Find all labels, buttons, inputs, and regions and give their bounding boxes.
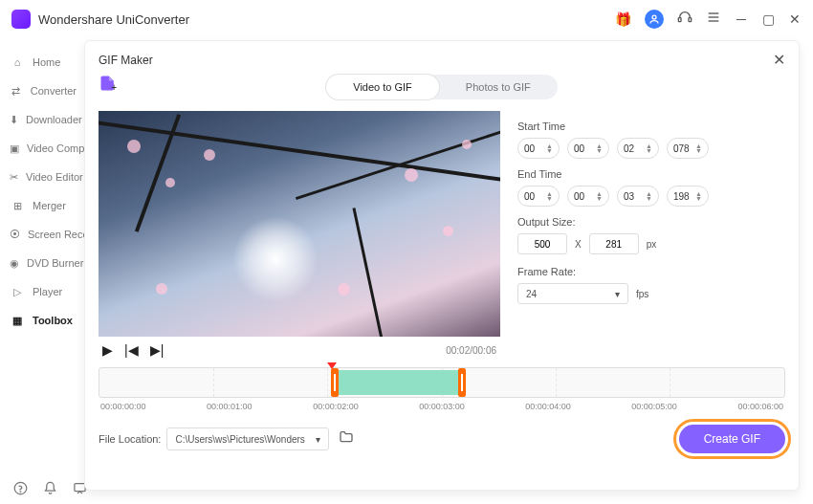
modal-title: GIF Maker [99,54,773,67]
title-bar: Wondershare UniConverter 🎁 ─ ▢ ✕ [0,0,813,38]
sidebar-item-recorder[interactable]: ⦿Screen Recorder [0,220,86,249]
file-location-select[interactable]: C:\Users\ws\Pictures\Wonders ▾ [166,427,329,450]
chevron-down-icon: ▾ [316,434,320,445]
add-file-icon[interactable]: + [99,74,118,93]
play-icon: ▷ [10,284,25,299]
user-avatar-icon[interactable] [645,10,664,29]
svg-rect-1 [678,18,681,22]
close-icon[interactable]: ✕ [773,51,785,69]
sidebar-item-compressor[interactable]: ▣Video Compressor [0,134,86,163]
video-preview: ▶ |◀ ▶| 00:02/00:06 [99,111,500,358]
help-icon[interactable] [13,481,28,499]
end-mm-spinner[interactable]: 00▲▼ [567,186,609,207]
minimize-button[interactable]: ─ [735,11,748,27]
app-logo-icon [11,10,31,29]
sidebar-item-home[interactable]: ⌂Home [0,48,86,77]
frame-rate-label: Frame Rate: [517,266,785,277]
svg-rect-2 [689,18,692,22]
record-icon: ⦿ [10,227,20,242]
frame-rate-select[interactable]: 24▾ [517,283,628,304]
next-frame-button[interactable]: ▶| [150,342,165,358]
file-location-label: File Location: [99,433,161,445]
bell-icon[interactable] [43,481,57,499]
timeline[interactable]: 00:00:00:00 00:00:01:00 00:00:02:00 00:0… [99,367,785,411]
timeline-start-handle[interactable] [331,368,339,397]
disc-icon: ◉ [10,255,19,271]
converter-icon: ⇄ [10,83,23,99]
play-button[interactable]: ▶ [102,342,113,358]
sidebar-item-editor[interactable]: ✂Video Editor [0,163,86,191]
sidebar-item-merger[interactable]: ⊞Merger [0,191,86,220]
timeline-labels: 00:00:00:00 00:00:01:00 00:00:02:00 00:0… [99,402,785,411]
headset-icon[interactable] [677,10,692,29]
output-size-label: Output Size: [517,216,785,228]
start-ss-spinner[interactable]: 02▲▼ [617,138,659,159]
merge-icon: ⊞ [10,198,25,213]
prev-frame-button[interactable]: |◀ [124,342,139,358]
video-frame[interactable] [99,111,500,337]
time-indicator: 00:02/00:06 [446,345,496,356]
maximize-button[interactable]: ▢ [761,11,775,27]
mode-tabs: Video to GIF Photos to GIF [326,75,557,99]
end-ms-spinner[interactable]: 198▲▼ [667,186,709,207]
start-ms-spinner[interactable]: 078▲▼ [667,138,709,159]
close-button[interactable]: ✕ [788,11,802,27]
end-time-label: End Time [517,168,785,180]
playhead-icon[interactable] [327,362,337,369]
start-hh-spinner[interactable]: 00▲▼ [517,138,560,159]
create-gif-button[interactable]: Create GIF [679,425,785,453]
start-time-label: Start Time [517,121,785,132]
chevron-down-icon: ▾ [615,289,620,299]
svg-point-7 [20,491,21,492]
gif-maker-modal: GIF Maker ✕ + Video to GIF Photos to GIF [84,40,800,491]
tab-photos-to-gif[interactable]: Photos to GIF [439,75,558,99]
tab-video-to-gif[interactable]: Video to GIF [326,75,439,99]
sidebar-item-player[interactable]: ▷Player [0,277,86,306]
svg-text:+: + [111,82,117,93]
compress-icon: ▣ [10,141,19,156]
sidebar-item-toolbox[interactable]: ▦Toolbox [0,306,86,335]
home-icon: ⌂ [10,55,25,70]
open-folder-icon[interactable] [339,429,354,449]
timeline-end-handle[interactable] [458,368,466,397]
output-width-input[interactable] [517,233,567,254]
sidebar: ⌂Home ⇄Converter ⬇Downloader ▣Video Comp… [0,38,86,475]
sidebar-item-downloader[interactable]: ⬇Downloader [0,105,86,134]
end-hh-spinner[interactable]: 00▲▼ [517,186,560,207]
sidebar-item-converter[interactable]: ⇄Converter [0,77,86,105]
svg-point-0 [652,15,656,19]
gift-icon[interactable]: 🎁 [615,11,631,27]
gif-settings: Start Time 00▲▼ 00▲▼ 02▲▼ 078▲▼ End Time… [517,111,785,358]
app-title: Wondershare UniConverter [38,12,615,27]
output-height-input[interactable] [589,233,639,254]
start-mm-spinner[interactable]: 00▲▼ [567,138,609,159]
download-icon: ⬇ [10,112,18,127]
sidebar-item-dvd[interactable]: ◉DVD Burner [0,249,86,277]
grid-icon: ▦ [10,313,25,328]
scissors-icon: ✂ [10,169,18,185]
end-ss-spinner[interactable]: 03▲▼ [617,186,659,207]
menu-icon[interactable] [706,10,721,29]
